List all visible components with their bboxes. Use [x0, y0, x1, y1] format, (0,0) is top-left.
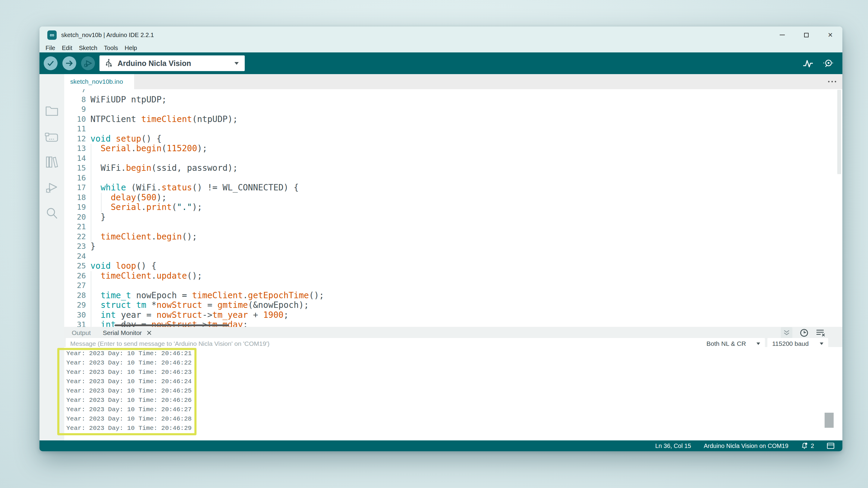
- close-icon: ×: [828, 31, 833, 39]
- code-line-23: 23}: [64, 241, 842, 252]
- line-ending-value: Both NL & CR: [707, 340, 746, 347]
- serial-output-lines: Year: 2023 Day: 10 Time: 20:46:21Year: 2…: [66, 349, 192, 433]
- panel-tab-bar: Output Serial Monitor: [64, 327, 842, 339]
- minimize-icon: [780, 35, 785, 35]
- code-line-10: 10NTPClient timeClient(ntpUDP);: [64, 115, 842, 124]
- arduino-app-icon: ∞: [47, 30, 57, 40]
- line-number: 12: [64, 134, 86, 144]
- tab-label: sketch_nov10b.ino: [70, 78, 123, 85]
- menu-edit[interactable]: Edit: [59, 44, 75, 52]
- line-number: 7: [64, 89, 86, 95]
- code-line-14: 14: [64, 154, 842, 164]
- toggle-bottom-panel-button[interactable]: [827, 443, 835, 449]
- code-line-15: 15 WiFi.begin(ssid, password);: [64, 163, 842, 173]
- right-arrow-icon: [65, 59, 73, 67]
- line-number: 8: [64, 95, 86, 105]
- close-button[interactable]: ×: [818, 27, 842, 43]
- activity-sidebar: [39, 74, 64, 441]
- serial-message-placeholder: Message (Enter to send message to 'Ardui…: [70, 340, 270, 347]
- code-line-7: 7: [64, 89, 842, 95]
- sidebar-item-search[interactable]: [45, 207, 58, 220]
- code-line-13: 13 Serial.begin(115200);: [64, 144, 842, 154]
- bottom-panel: Output Serial Monitor: [64, 327, 842, 441]
- notification-count: 2: [811, 443, 814, 450]
- line-number: 18: [64, 193, 86, 203]
- arduino-ide-window: ∞ sketch_nov10b | Arduino IDE 2.2.1 × Fi…: [39, 27, 842, 451]
- horizontal-scrollbar-thumb[interactable]: [115, 324, 229, 326]
- chevron-down-icon: [820, 343, 824, 345]
- code-line-26: 26 timeClient.update();: [64, 271, 842, 281]
- collapse-panel-button[interactable]: [781, 327, 792, 338]
- folder-icon: [45, 105, 59, 117]
- debug-button[interactable]: [81, 56, 95, 70]
- window-controls: ×: [770, 27, 842, 43]
- serial-line: Year: 2023 Day: 10 Time: 20:46:27: [66, 405, 192, 414]
- sidebar-item-boards-manager[interactable]: [45, 132, 59, 143]
- menu-tools[interactable]: Tools: [101, 44, 121, 52]
- toggle-timestamp-button[interactable]: [800, 328, 809, 337]
- code-line-24: 24: [64, 252, 842, 261]
- serial-scrollbar-thumb[interactable]: [825, 413, 834, 428]
- line-number: 22: [64, 232, 86, 242]
- vertical-scrollbar-thumb[interactable]: [837, 90, 841, 174]
- tab-sketch-ino[interactable]: sketch_nov10b.ino: [64, 74, 134, 89]
- code-line-12: 12void setup() {: [64, 134, 842, 144]
- maximize-button[interactable]: [794, 27, 818, 43]
- serial-plotter-icon: [802, 58, 814, 69]
- sidebar-item-debug[interactable]: [45, 182, 59, 194]
- bell-icon: [801, 442, 808, 450]
- serial-line: Year: 2023 Day: 10 Time: 20:46:21: [66, 349, 192, 358]
- board-port-status[interactable]: Arduino Nicla Vision on COM19: [704, 443, 788, 450]
- tab-serial-monitor[interactable]: Serial Monitor: [95, 329, 152, 336]
- search-icon: [45, 207, 58, 220]
- line-number: 17: [64, 183, 86, 193]
- serial-monitor-button[interactable]: [822, 58, 835, 69]
- maximize-icon: [804, 33, 809, 37]
- code-line-22: 22 timeClient.begin();: [64, 232, 842, 242]
- upload-button[interactable]: [62, 56, 76, 70]
- baud-rate-value: 115200 baud: [772, 340, 809, 347]
- serial-line: Year: 2023 Day: 10 Time: 20:46:24: [66, 377, 192, 386]
- clear-output-button[interactable]: [816, 329, 826, 337]
- chevron-down-icon: [235, 62, 239, 65]
- line-number: 26: [64, 271, 86, 281]
- debug-sidebar-icon: [45, 182, 59, 194]
- sidebar-item-library-manager[interactable]: [45, 156, 59, 168]
- line-number: 14: [64, 154, 86, 164]
- notifications-button[interactable]: 2: [801, 442, 814, 450]
- double-chevron-down-icon: [783, 330, 790, 336]
- serial-line: Year: 2023 Day: 10 Time: 20:46:29: [66, 424, 192, 433]
- board-selector-dropdown[interactable]: Arduino Nicla Vision: [99, 56, 245, 71]
- sidebar-item-sketchbook[interactable]: [45, 105, 59, 117]
- menu-file[interactable]: File: [42, 44, 59, 52]
- line-number: 13: [64, 144, 86, 154]
- panel-layout-icon: [827, 443, 835, 449]
- tab-output[interactable]: Output: [67, 329, 95, 336]
- line-number: 24: [64, 252, 86, 261]
- code-editor[interactable]: 78WiFiUDP ntpUDP;910NTPClient timeClient…: [64, 89, 842, 327]
- chevron-down-icon: [756, 343, 760, 345]
- code-line-18: 18 delay(500);: [64, 193, 842, 203]
- books-icon: [45, 156, 59, 168]
- status-bar: Ln 36, Col 15 Arduino Nicla Vision on CO…: [39, 441, 842, 451]
- editor-more-actions[interactable]: [827, 74, 837, 89]
- code-line-25: 25void loop() {: [64, 261, 842, 271]
- code-line-19: 19 Serial.print(".");: [64, 202, 842, 213]
- menu-sketch[interactable]: Sketch: [76, 44, 101, 52]
- code-line-21: 21: [64, 222, 842, 232]
- clock-icon: [800, 328, 809, 337]
- serial-line: Year: 2023 Day: 10 Time: 20:46:26: [66, 395, 192, 405]
- tab-serial-monitor-label: Serial Monitor: [103, 329, 142, 336]
- minimize-button[interactable]: [770, 27, 794, 43]
- code-line-8: 8WiFiUDP ntpUDP;: [64, 95, 842, 105]
- title-bar: ∞ sketch_nov10b | Arduino IDE 2.2.1 ×: [39, 27, 842, 43]
- usb-icon: [105, 59, 112, 68]
- line-number: 19: [64, 202, 86, 213]
- check-icon: [47, 59, 55, 67]
- serial-line: Year: 2023 Day: 10 Time: 20:46:25: [66, 386, 192, 395]
- verify-button[interactable]: [44, 56, 58, 70]
- menu-help[interactable]: Help: [121, 44, 141, 52]
- close-tab-icon[interactable]: [147, 330, 152, 335]
- serial-plotter-button[interactable]: [802, 58, 814, 69]
- code-line-16: 16: [64, 173, 842, 183]
